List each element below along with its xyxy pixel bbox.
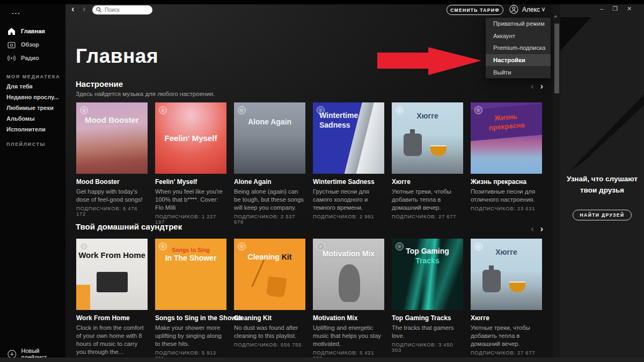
browse-icon [8, 41, 16, 49]
playlist-card: Songs to Sing In The Shower Songs to Sin… [155, 239, 226, 362]
user-dropdown-menu: Приватный режим Аккаунт Premium-подписка… [486, 18, 551, 78]
cover-title: Wintertime [319, 111, 358, 121]
cover-title: Motivation Mix [323, 249, 375, 259]
playlist-title[interactable]: Cleaning Kit [234, 314, 305, 322]
playlist-cover[interactable]: Cleaning Kit [234, 239, 305, 310]
menu-item-account[interactable]: Аккаунт [486, 30, 551, 42]
carousel-prev-icon[interactable]: ‹ [531, 225, 533, 233]
sidebar-item-home[interactable]: Главная [0, 25, 65, 38]
playlist-description: Уютные треки, чтобы добавить тепла в дом… [392, 188, 463, 212]
carousel-next-icon[interactable]: › [540, 225, 543, 233]
page-title: Главная [76, 45, 158, 68]
sidebar-item-albums[interactable]: Альбомы [6, 115, 35, 122]
find-friends-button[interactable]: НАЙТИ ДРУЗЕЙ [573, 210, 632, 220]
sidebar-item-label: Радио [21, 55, 39, 61]
menu-item-settings[interactable]: Настройки [486, 54, 551, 67]
playlist-title[interactable]: Хюгге [471, 314, 542, 322]
user-avatar-icon [509, 5, 518, 14]
playlist-cover[interactable]: Жизнь прекрасна [471, 102, 542, 174]
friends-heading-line2: твои друзья [560, 185, 644, 196]
app-menu-icon[interactable]: ... [12, 8, 21, 16]
cover-title: Work From Home [78, 250, 145, 261]
sidebar-item-recent[interactable]: Недавно прослу... [6, 94, 59, 100]
upgrade-plan-button[interactable]: СМЕНИТЬ ТАРИФ [447, 5, 503, 15]
playlist-title[interactable]: Feelin' Myself [155, 178, 226, 186]
playlist-cover[interactable]: Mood Booster [76, 102, 148, 174]
menu-item-premium[interactable]: Premium-подписка [486, 42, 551, 54]
scrollbar-up-icon[interactable]: ^ [554, 15, 557, 21]
username: Алекс [522, 6, 540, 13]
menu-item-logout[interactable]: Выйти [486, 66, 551, 78]
playlist-description: The tracks that gamers love. [392, 324, 463, 340]
window-controls: – ❐ ✕ [600, 5, 632, 12]
subscriber-count: ПОДПИСЧИКОВ: 27 677 [392, 214, 463, 219]
sidebar-item-artists[interactable]: Исполнители [6, 126, 46, 132]
playlist-title[interactable]: Motivation Mix [313, 314, 384, 322]
playlist-card: Cleaning Kit Cleaning Kit No dust was fo… [234, 239, 305, 362]
search-icon [96, 7, 102, 13]
playlist-cover[interactable]: Songs to Sing In The Shower [155, 239, 226, 310]
user-menu-trigger[interactable]: Алекс [509, 5, 540, 14]
friends-heading-line1: Узнай, что слушают [560, 174, 644, 185]
playlist-card: Top Gaming Tracks Top Gaming Tracks The … [392, 239, 463, 362]
spotify-window: ... Главная Обзор Радио МОЯ МЕДИАТЕКА Дл… [0, 0, 644, 362]
playlist-title[interactable]: Top Gaming Tracks [392, 314, 463, 322]
playlist-description: Uplifting and energetic music that helps… [313, 324, 384, 348]
nav-forward-button[interactable]: › [83, 5, 86, 13]
playlist-cover[interactable]: Хюгге [471, 239, 542, 310]
playlist-title[interactable]: Alone Again [234, 178, 305, 186]
sidebar-item-for-you[interactable]: Для тебя [6, 83, 33, 90]
playlist-title[interactable]: Mood Booster [76, 178, 148, 186]
subscriber-count: ПОДПИСЧИКОВ: 27 677 [471, 350, 542, 356]
playlist-title[interactable]: Songs to Sing in the Shower [155, 314, 226, 322]
section-home-soundtrack: Твой домашний саундтрек ‹ › Work From Ho… [76, 222, 543, 231]
annotation-arrow [377, 47, 482, 76]
home-icon [8, 27, 16, 35]
playlist-cover[interactable]: Top Gaming Tracks [392, 239, 463, 310]
section-mood: Настроение Здесь найдется музыка для люб… [76, 79, 543, 97]
playlist-title[interactable]: Жизнь прекрасна [471, 178, 542, 186]
subscriber-count: ПОДПИСЧИКОВ: 556 755 [234, 342, 305, 348]
cover-title: Хюгге [416, 112, 438, 121]
section-subtitle: Здесь найдется музыка для любого настрое… [76, 91, 543, 97]
playlist-description: Позитивные песни для отличного настроени… [471, 188, 542, 204]
playlist-cover[interactable]: Feelin' Myself [155, 102, 226, 174]
nav-back-button[interactable]: ‹ [71, 5, 75, 13]
cover-title: Kit [282, 253, 292, 262]
playlist-title[interactable]: Wintertime Sadness [313, 178, 384, 186]
sidebar-item-label: Главная [21, 28, 45, 34]
sidebar-item-browse[interactable]: Обзор [0, 38, 65, 51]
cover-title: Mood Booster [85, 115, 139, 125]
restore-button[interactable]: ❐ [612, 5, 618, 12]
menu-item-private-mode[interactable]: Приватный режим [486, 18, 551, 30]
subscriber-count: ПОДПИСЧИКОВ: 23 631 [471, 206, 542, 211]
playlist-description: When you feel like you're 100% that b***… [155, 188, 226, 212]
playlist-title[interactable]: Work From Home [76, 314, 148, 322]
section-title: Настроение [76, 79, 543, 88]
playlist-cover[interactable]: Alone Again [234, 102, 305, 174]
sidebar-item-radio[interactable]: Радио [0, 51, 65, 64]
playlist-card: Alone Again Alone Again Being alone (aga… [234, 102, 305, 225]
playlist-cover[interactable]: Motivation Mix [313, 239, 384, 310]
subscriber-count: ПОДПИСЧИКОВ: 2 991 [313, 214, 384, 219]
playlist-cover[interactable]: Wintertime Sadness [313, 102, 384, 174]
scrollbar-thumb[interactable] [554, 24, 559, 93]
cover-title: прекрасна [488, 121, 525, 133]
cover-title: Tracks [415, 256, 439, 266]
close-button[interactable]: ✕ [627, 5, 632, 12]
playlist-title[interactable]: Хюгге [392, 178, 463, 186]
chevron-down-icon[interactable]: ∨ [541, 5, 546, 13]
playlist-cover[interactable]: Хюгге [392, 102, 463, 174]
cover-title: Alone Again [248, 117, 291, 127]
plus-circle-icon [8, 350, 17, 359]
cover-title: In The Shower [165, 254, 217, 263]
cover-title: Sadness [319, 121, 350, 130]
panel-decor-triangle [560, 17, 644, 60]
minimize-button[interactable]: – [600, 5, 603, 12]
sidebar-item-liked-tracks[interactable]: Любимые треки [6, 105, 54, 111]
playlist-card: Work From Home Work From Home Clock in f… [76, 239, 148, 362]
carousel-prev-icon[interactable]: ‹ [531, 83, 533, 90]
playlist-description: Make your shower more uplifting by singi… [155, 324, 226, 348]
carousel-next-icon[interactable]: › [540, 83, 543, 90]
playlist-cover[interactable]: Work From Home [76, 239, 148, 310]
